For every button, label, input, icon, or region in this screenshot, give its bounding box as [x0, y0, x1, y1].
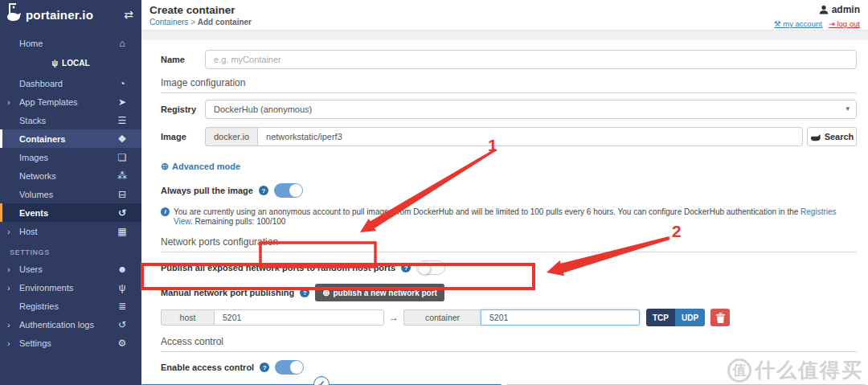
registry-row: Registry DockerHub (anonymous) ▾	[161, 100, 857, 119]
sidebar-item-stacks[interactable]: Stacks ☰	[0, 111, 141, 129]
history-icon: ↺	[116, 319, 129, 330]
delete-port-button[interactable]	[710, 309, 730, 326]
image-row: Image docker.io Search	[161, 127, 857, 146]
globe-icon: ⊕	[161, 161, 169, 172]
publish-all-toggle[interactable]	[416, 260, 445, 275]
always-pull-label: Always pull the image	[161, 186, 253, 195]
plug-icon: ψ	[52, 59, 59, 68]
sidebar-item-users[interactable]: › Users ☻	[0, 260, 141, 278]
sidebar-item-host[interactable]: › Host ▦	[0, 222, 141, 240]
sidebar-item-label: Home	[19, 39, 116, 48]
sidebar-item-images[interactable]: Images ❏	[0, 148, 141, 166]
user-box: admin ⚒ my account⇥ log out	[774, 3, 860, 28]
breadcrumb: Containers > Add container	[149, 18, 860, 27]
sidebar-item-label: Settings	[19, 338, 116, 348]
host-addon: host	[161, 309, 214, 326]
gauge-icon: ◔	[116, 78, 129, 89]
hdd-icon: ⊟	[116, 189, 129, 200]
history-icon: ↺	[116, 207, 129, 219]
sidebar-item-label: Users	[19, 264, 116, 274]
name-input[interactable]	[205, 50, 857, 69]
sidebar-item-authentication-logs[interactable]: › Authentication logs ↺	[0, 315, 141, 334]
chevron-right-icon: ›	[7, 97, 10, 107]
trash-icon	[716, 313, 725, 323]
enable-access-toggle[interactable]	[275, 360, 304, 375]
publish-new-port-button[interactable]: ⊕ publish a new network port	[315, 284, 444, 301]
sign-out-icon: ⇥	[829, 19, 835, 28]
always-pull-row: Always pull the image ?	[161, 183, 868, 198]
sidebar-item-label: Events	[19, 208, 116, 218]
portainer-whale-logo-icon	[6, 3, 23, 26]
wrench-icon: ⚒	[774, 19, 781, 28]
container-addon: container	[403, 309, 481, 326]
name-label: Name	[161, 55, 205, 64]
help-icon[interactable]: ?	[401, 263, 411, 272]
sidebar-item-home[interactable]: Home ⌂	[0, 34, 141, 52]
breadcrumb-separator: >	[190, 18, 195, 27]
rocket-icon: ➤	[116, 96, 129, 108]
help-icon[interactable]: ?	[259, 186, 268, 195]
switch-environment-icon[interactable]: ⇄	[124, 8, 133, 21]
sitemap-icon: ⁂	[116, 170, 129, 182]
network-ports-title: Network ports configuration	[161, 236, 857, 252]
sidebar-item-label: Registries	[19, 301, 116, 311]
image-input[interactable]	[257, 127, 803, 146]
sidebar-item-dashboard[interactable]: Dashboard ◔	[0, 74, 141, 92]
sidebar-item-volumes[interactable]: Volumes ⊟	[0, 185, 141, 203]
sidebar-item-app-templates[interactable]: › App Templates ➤	[0, 92, 141, 111]
sidebar-item-networks[interactable]: Networks ⁂	[0, 166, 141, 185]
users-icon: ☻	[116, 264, 129, 275]
my-account-link[interactable]: ⚒ my account	[774, 19, 822, 28]
sidebar-item-settings[interactable]: › Settings ⚙	[0, 334, 141, 352]
sidebar-environment-local[interactable]: ψLOCAL	[0, 54, 141, 72]
port-mapping-row: host → container TCP UDP	[161, 309, 868, 326]
always-pull-toggle[interactable]	[274, 183, 303, 198]
registry-label: Registry	[161, 104, 205, 114]
breadcrumb-current: Add container	[198, 18, 252, 27]
advanced-mode-link[interactable]: ⊕ Advanced mode	[161, 161, 240, 172]
plus-circle-icon: ⊕	[322, 288, 330, 298]
sidebar-item-registries[interactable]: Registries ≣	[0, 297, 141, 315]
info-icon: i	[161, 207, 170, 216]
image-registry-addon: docker.io	[205, 127, 257, 146]
arrow-right-icon: →	[384, 312, 403, 323]
database-icon: ≣	[116, 301, 129, 312]
chevron-down-icon: ▾	[845, 104, 850, 113]
logo-row: portainer.io ⇄	[0, 0, 141, 29]
cubes-icon: ❖	[116, 133, 129, 145]
create-container-form: Name Image configuration Registry Docker…	[141, 40, 868, 385]
container-port-input[interactable]	[481, 309, 640, 326]
brand-name: portainer.io	[26, 8, 124, 22]
user-icon	[819, 5, 829, 14]
sidebar-item-label: Networks	[19, 171, 116, 181]
sidebar-item-label: Images	[19, 153, 116, 162]
protocol-group: TCP UDP	[646, 309, 705, 326]
chevron-right-icon: ›	[7, 227, 10, 236]
help-icon[interactable]: ?	[260, 362, 269, 372]
pull-limit-info: i You are currently using an anonymous a…	[161, 207, 857, 227]
chevron-right-icon: ›	[7, 320, 10, 330]
help-icon[interactable]: ?	[300, 288, 309, 297]
access-control-title: Access control	[161, 336, 857, 352]
image-label: Image	[161, 132, 205, 141]
registry-select[interactable]: DockerHub (anonymous) ▾	[205, 100, 857, 119]
check-badge-icon: ✓	[313, 376, 330, 385]
host-port-input[interactable]	[214, 309, 384, 326]
tcp-button[interactable]: TCP	[646, 309, 675, 326]
udp-button[interactable]: UDP	[675, 309, 705, 326]
sidebar-item-label: Environments	[19, 283, 116, 293]
grid-icon: ▦	[116, 226, 129, 237]
search-button[interactable]: Search	[807, 127, 857, 146]
sidebar-item-label: Stacks	[19, 116, 116, 125]
log-out-link[interactable]: ⇥ log out	[829, 19, 860, 28]
sidebar-item-containers[interactable]: Containers ❖	[0, 129, 141, 148]
publish-all-row: Publish all exposed network ports to ran…	[161, 260, 868, 275]
image-configuration-title: Image configuration	[161, 77, 857, 93]
breadcrumb-containers-link[interactable]: Containers	[149, 18, 188, 27]
sidebar: portainer.io ⇄ Home ⌂ ψLOCAL Dashboard ◔…	[0, 0, 141, 385]
sidebar-item-environments[interactable]: › Environments ψ	[0, 278, 141, 297]
sidebar-item-label: Volumes	[19, 190, 116, 199]
layers-icon: ❏	[116, 152, 129, 163]
sidebar-item-events[interactable]: Events ↺	[0, 203, 141, 222]
home-icon: ⌂	[116, 38, 129, 49]
